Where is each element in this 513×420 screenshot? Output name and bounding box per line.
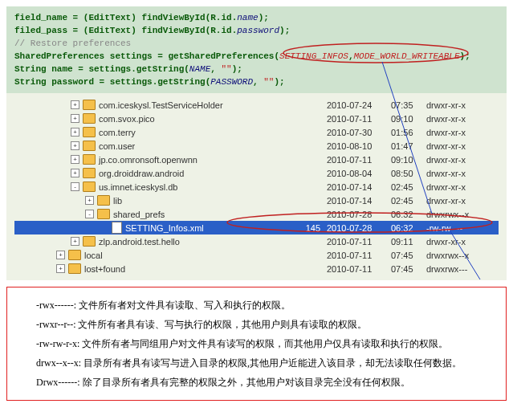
node-name: lost+found: [84, 264, 125, 274]
col-date: 2010-07-11: [327, 264, 391, 274]
col-size: 145: [288, 223, 327, 233]
tree-folder-row[interactable]: +com.terry2010-07-3001:56drwxr-xr-x: [14, 125, 499, 139]
code-line: field_name = (EditText) findViewById(R.i…: [14, 11, 499, 24]
col-time: 06:32: [391, 223, 426, 233]
col-permissions: drwxr-xr-x: [426, 196, 499, 206]
permission-description: -rwxr--r--: 文件所有者具有读、写与执行的权限，其他用户则具有读取的权…: [17, 315, 496, 334]
col-date: 2010-07-14: [327, 196, 391, 206]
file-tree: +com.iceskysl.TestServiceHolder2010-07-2…: [6, 93, 507, 280]
col-date: 2010-07-28: [327, 210, 391, 219]
collapse-icon[interactable]: -: [85, 210, 94, 218]
tree-folder-row[interactable]: +lost+found2010-07-1107:45drwxrwx---: [14, 262, 499, 275]
col-time: 01:56: [391, 128, 426, 137]
permissions-explanation: -rwx------: 文件所有者对文件具有读取、写入和执行的权限。-rwxr-…: [6, 287, 507, 401]
folder-icon: [83, 181, 96, 192]
code-line: filed_pass = (EditText) findViewById(R.i…: [14, 24, 499, 37]
col-date: 2010-07-11: [327, 251, 391, 260]
node-name: lib: [113, 196, 122, 206]
expand-icon[interactable]: +: [56, 251, 65, 259]
folder-icon: [83, 236, 96, 247]
node-name: org.droiddraw.android: [99, 169, 184, 178]
expand-icon[interactable]: +: [71, 155, 79, 164]
folder-icon: [68, 263, 81, 274]
expand-icon[interactable]: +: [71, 128, 79, 137]
folder-icon: [83, 141, 96, 151]
col-date: 2010-08-10: [327, 141, 391, 151]
expand-icon[interactable]: +: [71, 237, 79, 246]
expand-icon[interactable]: +: [85, 196, 94, 205]
col-permissions: drwxr-xr-x: [426, 155, 499, 165]
code-block: field_name = (EditText) findViewById(R.i…: [6, 6, 507, 93]
col-permissions: drwxr-xr-x: [426, 114, 499, 124]
permission-description: drwx--x--x: 目录所有者具有读写与进入目录的权限,其他用户近能进入该目…: [17, 353, 496, 373]
expand-icon[interactable]: +: [71, 141, 79, 150]
col-permissions: drwxr-xr-x: [426, 100, 499, 110]
tree-folder-row[interactable]: +zlp.android.test.hello2010-07-1109:11dr…: [14, 234, 499, 248]
col-permissions: drwxr-xr-x: [426, 237, 499, 247]
col-permissions: drwxr-xr-x: [426, 141, 499, 151]
node-name: SETTING_Infos.xml: [125, 223, 204, 233]
col-time: 07:35: [391, 100, 426, 110]
col-time: 09:10: [391, 155, 426, 165]
folder-icon: [83, 168, 96, 178]
folder-icon: [83, 127, 96, 137]
col-date: 2010-07-11: [327, 155, 391, 165]
col-time: 09:10: [391, 114, 426, 124]
tree-folder-row[interactable]: +com.svox.pico2010-07-1109:10drwxr-xr-x: [14, 112, 499, 125]
collapse-icon[interactable]: -: [71, 182, 79, 191]
col-date: 2010-07-14: [327, 182, 391, 192]
tree-folder-row[interactable]: +jp.co.omronsoft.openwnn2010-07-1109:10d…: [14, 153, 499, 166]
folder-icon: [97, 209, 110, 219]
folder-icon: [83, 154, 96, 165]
expand-icon[interactable]: +: [71, 169, 79, 177]
col-permissions: drwxr-xr-x: [426, 182, 499, 192]
code-line: String name = settings.getString(NAME, "…: [14, 63, 499, 75]
node-name: jp.co.omronsoft.openwnn: [99, 155, 197, 165]
node-name: com.iceskysl.TestServiceHolder: [99, 100, 223, 110]
node-name: shared_prefs: [113, 210, 165, 219]
folder-icon: [83, 100, 96, 110]
tree-folder-row[interactable]: +com.user2010-08-1001:47drwxr-xr-x: [14, 139, 499, 153]
file-icon: [112, 222, 122, 234]
tree-folder-row[interactable]: -shared_prefs2010-07-2806:32drwxrwx--x: [14, 207, 499, 221]
node-name: com.terry: [99, 128, 136, 137]
expand-icon[interactable]: +: [71, 114, 79, 123]
col-time: 02:45: [391, 196, 426, 206]
folder-icon: [97, 195, 110, 206]
code-line: String password = settings.getString(PAS…: [14, 75, 499, 88]
expand-icon[interactable]: +: [71, 100, 79, 109]
col-date: 2010-07-30: [327, 128, 391, 137]
tree-folder-row[interactable]: +lib2010-07-1402:45drwxr-xr-x: [14, 194, 499, 207]
code-line: // Restore preferences: [14, 37, 499, 50]
expand-icon[interactable]: +: [56, 264, 65, 273]
col-time: 07:45: [391, 251, 426, 260]
permission-description: -rw-rw-r-x: 文件所有者与同组用户对文件具有读写的权限，而其他用户仅具…: [17, 334, 496, 353]
col-time: 09:11: [391, 237, 426, 247]
col-date: 2010-07-11: [327, 237, 391, 247]
col-permissions: drwxr-xr-x: [426, 169, 499, 178]
col-date: 2010-08-04: [327, 169, 391, 178]
tree-folder-row[interactable]: +org.droiddraw.android2010-08-0408:50drw…: [14, 166, 499, 180]
col-date: 2010-07-11: [327, 114, 391, 124]
col-date: 2010-07-28: [327, 223, 391, 233]
node-name: com.svox.pico: [99, 114, 155, 124]
tree-file-row[interactable]: SETTING_Infos.xml1452010-07-2806:32-rw-r…: [14, 221, 499, 234]
node-name: zlp.android.test.hello: [99, 237, 180, 247]
code-line: SharedPreferences settings = getSharedPr…: [14, 50, 499, 63]
col-permissions: drwxrwx--x: [426, 210, 499, 219]
col-permissions: drwxrwx--x: [426, 251, 499, 260]
tree-folder-row[interactable]: +local2010-07-1107:45drwxrwx--x: [14, 248, 499, 262]
tree-folder-row[interactable]: +com.iceskysl.TestServiceHolder2010-07-2…: [14, 98, 499, 112]
col-time: 01:47: [391, 141, 426, 151]
folder-icon: [68, 250, 81, 260]
col-time: 02:45: [391, 182, 426, 192]
col-permissions: drwxr-xr-x: [426, 128, 499, 137]
col-permissions: drwxrwx---: [426, 264, 499, 274]
col-time: 07:45: [391, 264, 426, 274]
col-permissions: -rw-rw----: [426, 223, 499, 233]
permission-description: Drwx------: 除了目录所有者具有完整的权限之外，其他用户对该目录完全没…: [17, 373, 496, 392]
tree-folder-row[interactable]: -us.imnet.iceskysl.db2010-07-1402:45drwx…: [14, 180, 499, 194]
col-time: 06:32: [391, 210, 426, 219]
node-name: local: [84, 251, 103, 260]
permission-description: -rwx------: 文件所有者对文件具有读取、写入和执行的权限。: [17, 296, 496, 315]
